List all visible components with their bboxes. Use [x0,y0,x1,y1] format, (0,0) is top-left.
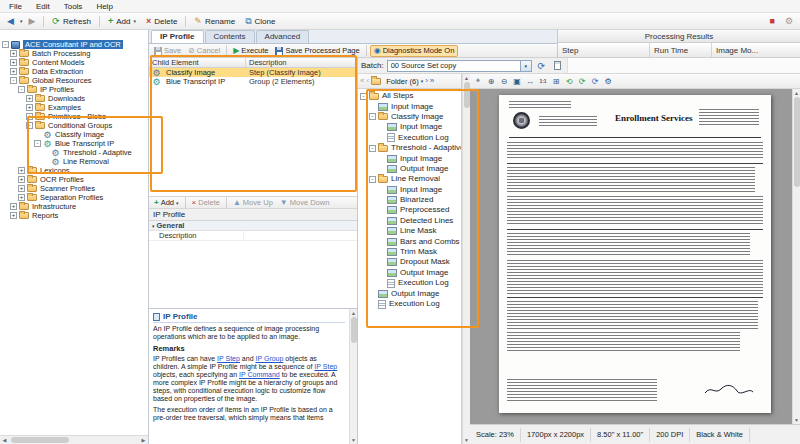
tab-ip-profile[interactable]: IP Profile [151,30,204,43]
nav-forward-button[interactable]: ▶ [24,16,39,27]
tree-item-detected-lines[interactable]: Detected Lines [358,216,461,226]
grid-row-blue-transcript-ip[interactable]: Blue Transcript IPGroup (2 Elements) [149,77,357,86]
tree-item-input-image[interactable]: Input Image [358,153,461,163]
tree-item-output-image[interactable]: Output Image [358,288,461,298]
expand-icon[interactable]: + [10,68,17,75]
collapse-icon[interactable]: - [369,145,376,152]
refresh-batch-icon[interactable]: ⟳ [535,59,548,72]
add-button[interactable]: +Add▾ [104,16,140,27]
add-dropdown-icon[interactable]: ▾ [133,18,136,24]
delete-child-button[interactable]: ×Delete [189,197,223,209]
collapse-icon[interactable]: - [10,77,17,84]
folder-dropdown-icon[interactable]: ▾ [421,78,424,84]
collapse-icon[interactable]: - [369,113,376,120]
scroll-up-icon[interactable]: ▲ [351,309,356,317]
tree-item-output-image[interactable]: Output Image [358,164,461,174]
tree-item-all-steps[interactable]: -All Steps [358,91,461,101]
tab-contents[interactable]: Contents [205,30,255,43]
tree-item-conditional-groups[interactable]: -Conditional Groups [0,121,148,130]
actual-size-icon[interactable]: 1:1 [537,75,549,87]
help-scrollbar[interactable]: ▲ ▼ [349,309,357,444]
tree-item-line-removal[interactable]: -Line Removal [358,174,461,184]
rotate-left-icon[interactable]: ⟲ [563,75,575,87]
collapse-icon[interactable]: - [369,176,376,183]
save-processed-page-button[interactable]: Save Processed Page [272,45,362,57]
expand-icon[interactable]: + [10,50,17,57]
property-group-general[interactable]: ▾General [149,221,357,231]
scroll-down-icon[interactable]: ▼ [464,436,469,444]
tree-item-input-image[interactable]: Input Image [358,101,461,111]
menu-file[interactable]: File [2,0,29,13]
scroll-left-icon[interactable]: ◀ [0,436,9,444]
tree-item-threshold-adaptive[interactable]: -Threshold - Adaptive [358,143,461,153]
expand-icon[interactable]: + [18,176,25,183]
collapse-icon[interactable]: - [18,86,25,93]
tree-item-trim-mask[interactable]: Trim Mask [358,247,461,257]
last-folder-icon[interactable]: » [430,77,434,85]
scrollbar-thumb[interactable] [351,317,357,343]
tree-item-threshold-adaptive[interactable]: Threshold - Adaptive [0,148,148,157]
tree-scrollbar[interactable]: ▲ ▼ [462,74,470,444]
pointer-icon[interactable]: ⌖ [472,75,484,87]
refresh-icon[interactable]: ⟳ [589,75,601,87]
rotate-right-icon[interactable]: ⟳ [576,75,588,87]
nav-back-button[interactable]: ◀ [3,16,18,27]
scroll-up-icon[interactable]: ▲ [464,74,469,82]
collapse-icon[interactable]: - [2,41,9,48]
tree-item-line-mask[interactable]: Line Mask [358,226,461,236]
expand-icon[interactable]: + [26,95,33,102]
results-column-image-mo[interactable]: Image Mo... [712,43,800,57]
expand-icon[interactable]: + [18,194,25,201]
menu-tools[interactable]: Tools [57,0,90,13]
expand-icon[interactable]: + [18,167,25,174]
expand-icon[interactable]: + [26,104,33,111]
stop-icon[interactable]: ■ [765,16,778,27]
move-up-button[interactable]: ▲Move Up [230,197,276,209]
settings-icon[interactable]: ⚙ [781,16,797,27]
column-header-description[interactable]: Description [246,58,357,67]
tree-item-output-image[interactable]: Output Image [358,268,461,278]
tree-item-downloads[interactable]: +Downloads [0,94,148,103]
tree-item-examples[interactable]: +Examples [0,103,148,112]
tree-item-blue-transcript-ip[interactable]: -Blue Transcript IP [0,139,148,148]
next-folder-icon[interactable]: › [425,77,428,85]
first-folder-icon[interactable]: « [360,77,364,85]
expand-icon[interactable]: + [10,203,17,210]
tree-item-separation-profiles[interactable]: +Separation Profiles [0,193,148,202]
menu-help[interactable]: Help [89,0,119,13]
tree-item-preprocessed[interactable]: Preprocessed [358,205,461,215]
delete-button[interactable]: ×Delete [142,16,181,27]
tree-item-input-image[interactable]: Input Image [358,185,461,195]
tree-item-ip-profiles[interactable]: -IP Profiles [0,85,148,94]
document-preview-area[interactable]: Enrollment Services [470,89,800,424]
folder-label[interactable]: Folder (6) [386,77,419,86]
results-column-step[interactable]: Step [558,43,650,57]
diagnostics-mode-button[interactable]: ◉Diagnostics Mode On [370,45,459,57]
clone-button[interactable]: ⧉Clone [241,16,279,27]
property-row-description[interactable]: Description [149,231,357,241]
horizontal-scrollbar[interactable]: ◀ ▶ [0,435,148,444]
tree-item-primitives-blobs[interactable]: +Primitives - Blobs [0,112,148,121]
zoom-out-icon[interactable]: ⊖ [498,75,510,87]
zoom-fit-icon[interactable]: ▣ [511,75,523,87]
tree-item-infrastructure[interactable]: +Infrastructure [0,202,148,211]
tree-item-content-models[interactable]: +Content Models [0,58,148,67]
help-link[interactable]: IP Group [256,355,284,362]
expand-icon[interactable]: + [26,113,33,120]
refresh-button[interactable]: ⟳Refresh [48,16,95,27]
zoom-width-icon[interactable]: ↔ [524,75,536,87]
expand-icon[interactable]: + [10,59,17,66]
rename-button[interactable]: ✎Rename [190,16,239,27]
grid-row-classify-image[interactable]: Classify ImageStep (Classify Image) [149,68,357,77]
tree-item-batch-processing[interactable]: +Batch Processing [0,49,148,58]
expand-icon[interactable]: + [10,212,17,219]
pan-icon[interactable]: ⊞ [550,75,562,87]
menu-edit[interactable]: Edit [29,0,57,13]
tab-advanced[interactable]: Advanced [256,30,310,43]
tree-item-lexicons[interactable]: +Lexicons [0,166,148,175]
move-down-button[interactable]: ▼Move Down [277,197,333,209]
tree-item-input-image[interactable]: Input Image [358,122,461,132]
scroll-down-icon[interactable]: ▼ [794,416,799,424]
tree-item-binarized[interactable]: Binarized [358,195,461,205]
scroll-right-icon[interactable]: ▶ [139,436,148,444]
